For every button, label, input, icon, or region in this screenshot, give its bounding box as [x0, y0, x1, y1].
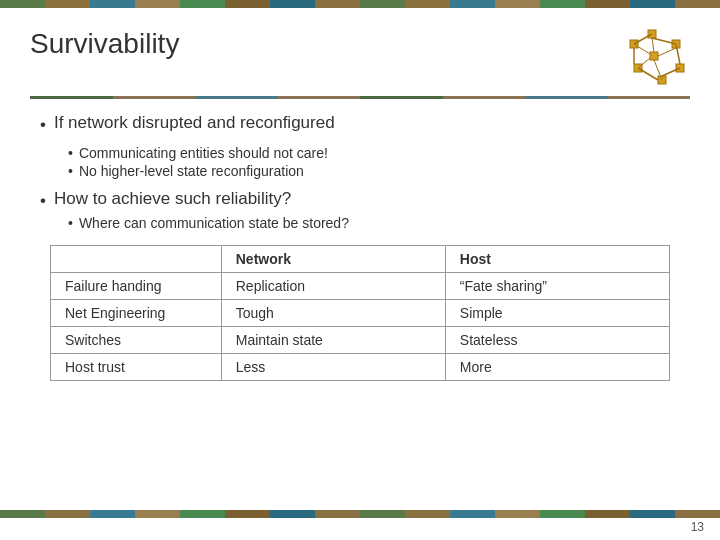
table-header-col1: Network: [221, 246, 445, 273]
slide-content: • If network disrupted and reconfigured …: [30, 113, 690, 381]
bar-seg-9: [360, 0, 405, 8]
top-bar: [0, 0, 720, 8]
bot-bar-seg-16: [675, 510, 720, 518]
bullet-dot-2: •: [40, 191, 46, 211]
svg-rect-6: [650, 52, 658, 60]
bot-bar-seg-10: [405, 510, 450, 518]
bar-seg-3: [90, 0, 135, 8]
bot-bar-seg-4: [135, 510, 180, 518]
bullet-dot-1: •: [40, 115, 46, 135]
bar-seg-5: [180, 0, 225, 8]
bullet-sub-dot-2a: •: [68, 215, 73, 231]
table-cell-r3c2: Stateless: [445, 327, 669, 354]
bot-bar-seg-14: [585, 510, 630, 518]
bot-bar-seg-9: [360, 510, 405, 518]
table-header-row: Network Host: [51, 246, 670, 273]
svg-line-14: [658, 48, 676, 56]
svg-line-16: [638, 58, 650, 68]
bot-bar-seg-12: [495, 510, 540, 518]
bottom-bar: [0, 510, 720, 518]
bar-seg-2: [45, 0, 90, 8]
bar-seg-16: [675, 0, 720, 8]
svg-line-12: [634, 34, 652, 44]
bot-bar-seg-13: [540, 510, 585, 518]
bot-bar-seg-11: [450, 510, 495, 518]
bullet-sub-2a-text: Where can communication state be stored?: [79, 215, 349, 231]
bot-bar-seg-5: [180, 510, 225, 518]
table-header-col0: [51, 246, 222, 273]
bot-bar-seg-2: [45, 510, 90, 518]
table-cell-r4c0: Host trust: [51, 354, 222, 381]
bullet-sub-dot-1b: •: [68, 163, 73, 179]
slide-header: Survivability: [30, 28, 690, 88]
table-cell-r2c0: Net Engineering: [51, 300, 222, 327]
survivability-table: Network Host Failure handing Replication…: [50, 245, 670, 381]
table-cell-r4c1: Less: [221, 354, 445, 381]
bullet-sub-1b-text: No higher-level state reconfiguration: [79, 163, 304, 179]
svg-line-17: [634, 44, 650, 54]
svg-line-13: [652, 38, 654, 52]
bullet-main-2: • How to achieve such reliability?: [40, 189, 680, 211]
bullet-sub-dot-1a: •: [68, 145, 73, 161]
table-cell-r4c2: More: [445, 354, 669, 381]
table-row: Failure handing Replication “Fate sharin…: [51, 273, 670, 300]
table-cell-r1c2: “Fate sharing”: [445, 273, 669, 300]
bullet-main-2-text: How to achieve such reliability?: [54, 189, 291, 209]
bullet-sub-1a: • Communicating entities should not care…: [68, 145, 680, 161]
bar-seg-12: [495, 0, 540, 8]
svg-line-10: [638, 68, 658, 80]
bar-seg-10: [405, 0, 450, 8]
table-cell-r2c2: Simple: [445, 300, 669, 327]
bullet-sub-1b: • No higher-level state reconfiguration: [68, 163, 680, 179]
bot-bar-seg-15: [630, 510, 675, 518]
bullet-sub-1a-text: Communicating entities should not care!: [79, 145, 328, 161]
table-header-col2: Host: [445, 246, 669, 273]
bar-seg-14: [585, 0, 630, 8]
bot-bar-seg-7: [270, 510, 315, 518]
data-table-container: Network Host Failure handing Replication…: [50, 245, 680, 381]
bullet-sub-2a: • Where can communication state be store…: [68, 215, 680, 231]
bar-seg-8: [315, 0, 360, 8]
table-row: Switches Maintain state Stateless: [51, 327, 670, 354]
bot-bar-seg-6: [225, 510, 270, 518]
slide-title: Survivability: [30, 28, 179, 60]
bot-bar-seg-3: [90, 510, 135, 518]
bar-seg-4: [135, 0, 180, 8]
table-cell-r3c1: Maintain state: [221, 327, 445, 354]
title-divider: [30, 96, 690, 99]
bar-seg-13: [540, 0, 585, 8]
network-icon: [620, 28, 690, 88]
bar-seg-6: [225, 0, 270, 8]
table-row: Host trust Less More: [51, 354, 670, 381]
table-row: Net Engineering Tough Simple: [51, 300, 670, 327]
bar-seg-7: [270, 0, 315, 8]
table-cell-r1c0: Failure handing: [51, 273, 222, 300]
table-cell-r2c1: Tough: [221, 300, 445, 327]
page-number: 13: [691, 520, 704, 534]
bar-seg-15: [630, 0, 675, 8]
bullet-main-1-text: If network disrupted and reconfigured: [54, 113, 335, 133]
table-cell-r3c0: Switches: [51, 327, 222, 354]
slide: Survivability: [0, 0, 720, 540]
bot-bar-seg-1: [0, 510, 45, 518]
bar-seg-1: [0, 0, 45, 8]
bullet-main-1: • If network disrupted and reconfigured: [40, 113, 680, 135]
bar-seg-11: [450, 0, 495, 8]
bot-bar-seg-8: [315, 510, 360, 518]
table-cell-r1c1: Replication: [221, 273, 445, 300]
